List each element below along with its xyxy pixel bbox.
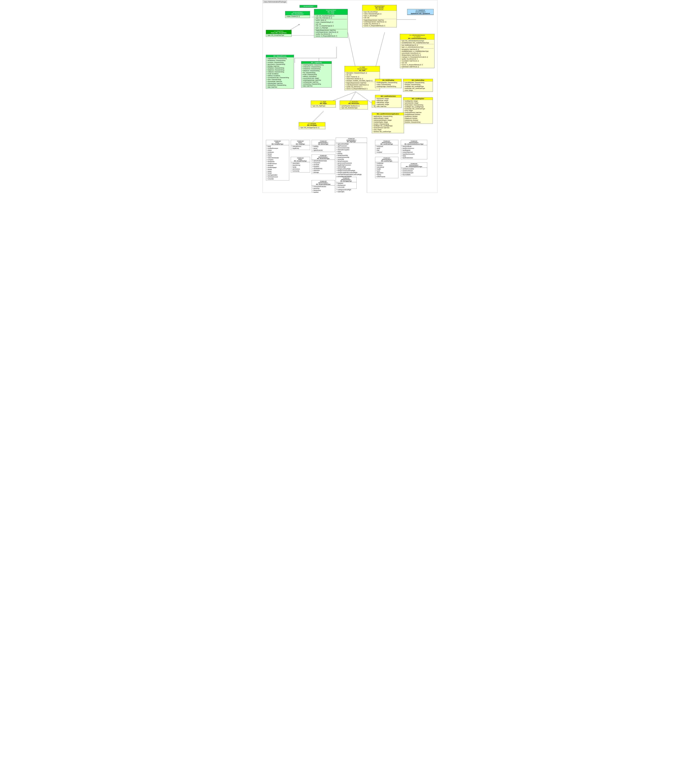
cl-party-type-box: «CodeList»Party::MG_PartyType naturalPer…: [291, 140, 310, 150]
cl-availability-status-header: «CodeList»Administrative::MG_Availabilit…: [401, 163, 427, 168]
cl-land-grade-type-box: «CodeList»Administrative::MG_LandGradeTy…: [375, 140, 398, 154]
mg-cadastral-map-header: MG_CadastralMap: [403, 79, 433, 81]
la-group-party-body: type: MG_GroupPartyType: [266, 34, 291, 37]
mg-party-box: VersionedObject MG_Party ::LA_Party role…: [314, 9, 348, 37]
mg-rrr-header: LA_RRR VersionedObject MG_RRR: [345, 66, 380, 72]
cl-group-party-type-box: «CodeList»Party::MG_GroupPartyType assoc…: [291, 157, 310, 172]
cl-party-type-body: naturalPerson legalEntity: [291, 145, 310, 150]
la-group-party-header: LA_GroupParty Party::MG_GroupParty: [266, 30, 291, 34]
mg-land-perm-app-header: MG_LandPermissionApplication: [372, 113, 404, 115]
mg-land-fee-decision-box: MG_LandFeeDecision decisionNo: Integer b…: [375, 95, 402, 108]
la-group-party-stereotype: LA_GroupParty: [267, 31, 291, 32]
cl-responsibility-type-box: «CodeList»Administrative::MG_Responsibil…: [311, 180, 335, 193]
mg-cadastral-map-body: parcelMgmtNo: CharacterString blockNo: C…: [403, 81, 433, 92]
la-spatial-unit-box: LA_SpatialUnit VersionedObject SpatialUn…: [407, 9, 434, 15]
mg-party-member-stereotype: VersionedObject: [286, 11, 309, 13]
mg-natural-person-body: registrationNo: CharacterString familyNa…: [266, 57, 294, 89]
cl-restriction-type-body: adminPublicServitude monument servitude …: [312, 160, 335, 174]
cl-right-type-header: «CodeList»Administrative::MG_RightType: [336, 138, 367, 143]
svg-line-13: [313, 111, 324, 122]
mg-building-map-header: MG_BuildingMap: [375, 79, 402, 81]
mg-land-perm-app-body: applicationNo: CharacterString applicant…: [372, 115, 404, 133]
mg-right-box: LA_Right MG_Right type: MG_RightType: [311, 100, 336, 107]
mg-party-stereotype1: VersionedObject: [315, 10, 347, 11]
la-group-party-box: LA_GroupParty Party::MG_GroupParty type:…: [266, 30, 292, 37]
svg-line-7: [348, 32, 356, 69]
cl-mortgage-type-box: «CodeList»Administrative::MG_MortgageTyp…: [336, 177, 356, 189]
versioned-object-box: VersionedObject: [300, 5, 317, 8]
cl-group-party-type-header: «CodeList»Party::MG_GroupPartyType: [291, 157, 310, 162]
mg-land-perm-app-box: MG_LandPermissionApplication application…: [372, 113, 404, 133]
mg-land-register-header: MG_LandRegister: [403, 97, 433, 100]
mg-cadastral-map-box: MG_CadastralMap parcelMgmtNo: CharacterS…: [403, 79, 433, 92]
mg-party-member-box: VersionedObject MG_PartyMember share: Fr…: [285, 11, 310, 18]
cl-land-use-type-header: «CodeList»Administrative::MG_LandUseType: [375, 157, 398, 162]
mg-legal-entity-header: MG_LegalEntity: [302, 61, 332, 64]
cl-availability-status-body: archiveIncomplete archiveUnknown archive…: [401, 168, 427, 176]
cl-land-grade-type-header: «CodeList»Administrative::MG_LandGradeTy…: [375, 140, 398, 145]
cl-admin-source-type-box: «CodeList»Administrative::MG_Administrat…: [401, 140, 427, 159]
versioned-object-stereotype: VersionedObject: [300, 5, 316, 7]
cl-restriction-type-header: «CodeList»Administrative::MG_Restriction…: [312, 155, 335, 160]
cl-availability-status-box: «CodeList»Administrative::MG_Availabilit…: [401, 162, 427, 176]
mg-natural-person-box: MG_NaturalPerson registrationNo: Charact…: [266, 55, 294, 89]
mg-admin-source-header: LA_AdministrativeSource LA_Source MG_Adm…: [400, 34, 434, 40]
mg-admin-source-body: type: MG_AdministrativeSourceType availa…: [400, 40, 434, 68]
mg-party-header: VersionedObject MG_Party ::LA_Party: [314, 9, 348, 15]
cl-ba-unit-type-header: «CodeList»Administrative::MG_BAUnitType: [312, 140, 335, 145]
cl-party-type-header: «CodeList»Party::MG_PartyType: [291, 140, 310, 145]
mg-right-header: LA_Right MG_Right: [311, 101, 335, 105]
mg-legal-entity-body: entityRegisterNo: CharacterString entity…: [302, 64, 332, 87]
mg-party-stereotype2: ::LA_Party: [315, 13, 347, 14]
cl-ba-unit-type-body: building parcel rightOfUseUnit: [312, 145, 335, 152]
cl-ba-unit-type-box: «CodeList»Administrative::MG_BAUnitType …: [311, 140, 335, 152]
cl-mortgage-type-body: hypothec levyPayment microcredit: [336, 182, 356, 189]
mg-ba-unit-header: VersionedObject MG_BAUnit ::LA_BAUnit: [362, 5, 397, 11]
mg-legal-entity-box: MG_LegalEntity entityRegisterNo: Charact…: [301, 61, 332, 87]
versioned-object-header: VersionedObject: [300, 5, 317, 8]
cl-party-role-type-header: «CodeList»Party::MG_PartyRoleType: [266, 140, 289, 145]
mg-ba-unit-body: type: MG_BAUnitType name: CharacterStrin…: [362, 11, 397, 27]
diagram-title: class AdministrativePackage: [263, 0, 287, 3]
mg-party-body: role: MG_PartyRoleType [0..*] type: MG_P…: [314, 15, 348, 37]
cl-party-role-type-body: bank certifiedSurveyor citizen employee …: [266, 145, 289, 180]
mg-land-fee-decision-body: decisionNo: Integer billStrDate: Integer…: [375, 97, 402, 108]
mg-land-fee-decision-header: MG_LandFeeDecision: [375, 95, 402, 97]
mg-building-map-box: MG_BuildingMap buildingMgmtNo: Character…: [375, 79, 402, 88]
cl-land-use-type-box: «CodeList»Administrative::MG_LandUseType…: [375, 157, 398, 178]
mg-party-member-header: VersionedObject MG_PartyMember: [285, 11, 310, 15]
cl-party-role-type-box: «CodeList»Party::MG_PartyRoleType bank c…: [266, 140, 289, 180]
cl-admin-source-type-header: «CodeList»Administrative::MG_Administrat…: [401, 140, 427, 145]
mg-right-body: type: MG_RightType: [311, 105, 335, 107]
mg-admin-source-box: LA_AdministrativeSource LA_Source MG_Adm…: [400, 34, 434, 68]
mg-building-map-body: buildingMgmtNo: CharacterString name: Ch…: [375, 81, 402, 88]
cl-admin-source-type-body: landCertificate landPermissionAct landRe…: [401, 145, 427, 159]
cl-group-party-type-body: association baunitGroup family join/vent…: [291, 162, 310, 172]
diagram-container: class AdministrativePackage: [263, 0, 437, 193]
cl-land-use-type-body: residential business educational health …: [375, 162, 398, 178]
cl-land-grade-type-body: veryGood good bad veryBad: [375, 145, 398, 154]
mg-party-member-body: share: Fraction [0..1]: [285, 15, 310, 18]
cl-responsibility-type-header: «CodeList»Administrative::MG_Responsibil…: [312, 180, 335, 185]
mg-rrr-box: LA_RRR VersionedObject MG_RRR descriptio…: [345, 66, 380, 90]
mg-natural-person-header: MG_NaturalPerson: [266, 55, 294, 57]
mg-restriction-header: LA_Restriction MG_Restriction: [340, 101, 368, 105]
mg-party-member-attr-0: share: Fraction [0..1]: [286, 16, 309, 18]
mg-ba-unit-box: VersionedObject MG_BAUnit ::LA_BAUnit ty…: [362, 5, 397, 28]
cl-restriction-type-box: «CodeList»Administrative::MG_Restriction…: [311, 154, 335, 174]
cl-responsibility-type-body: monumentProtection parcelTax tenancyFee …: [312, 185, 335, 193]
mg-land-register-body: landMgmtNo: Integer permissionNo: Intege…: [403, 100, 433, 124]
mg-restriction-box: LA_Restriction MG_Restriction partyRequi…: [340, 100, 368, 109]
mg-rrr-body: description: CharacterString [0..1] rID:…: [345, 72, 380, 90]
cl-mortgage-type-header: «CodeList»Administrative::MG_MortgageTyp…: [336, 177, 356, 182]
mg-restriction-body: partyRequired: Boolean [0..1] type: MG_R…: [340, 105, 368, 109]
la-spatial-unit-header: LA_SpatialUnit VersionedObject SpatialUn…: [407, 9, 434, 15]
mg-mortgage-header: LA_Mortgage MG_Mortgage: [299, 123, 325, 126]
mg-mortgage-box: LA_Mortgage MG_Mortgage type: MG_Mortgag…: [299, 122, 325, 129]
la-group-party-attr-0: type: MG_GroupPartyType: [267, 34, 291, 36]
mg-mortgage-body: type: MG_MortgageType [0..1]: [299, 126, 325, 129]
svg-line-9: [375, 32, 385, 69]
mg-land-register-box: MG_LandRegister landMgmtNo: Integer perm…: [403, 97, 433, 124]
